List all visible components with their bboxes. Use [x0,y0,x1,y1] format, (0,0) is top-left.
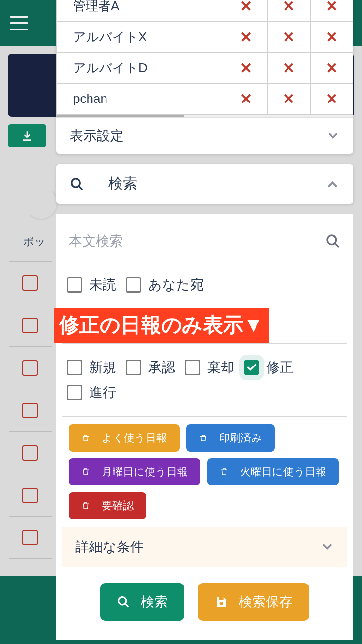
filter-row-status: 新規 承認 棄却 修正 [56,344,353,383]
search-icon [70,177,84,191]
svg-line-5 [335,243,339,247]
staff-name[interactable]: アルバイトX [57,22,225,53]
trash-icon [199,433,208,443]
status-cell[interactable]: ✕ [225,0,267,22]
table-row: アルバイトD ✕ ✕ ✕ [57,53,353,84]
status-cell[interactable]: ✕ [225,53,267,84]
chevron-up-icon [325,177,340,191]
search-icon[interactable] [325,234,341,249]
text-search-row [60,234,349,261]
tag-tuesday[interactable]: 火曜日に使う日報 [207,458,339,485]
search-body: 未読 あなた宛 修正の日報のみ表示▼ 新規 承認 棄却 [56,214,353,640]
svg-line-3 [79,186,83,190]
svg-point-4 [327,235,336,245]
annotation-banner: 修正の日報のみ表示▼ [54,308,269,343]
status-cell[interactable]: ✕ [310,53,353,84]
advanced-label: 詳細な条件 [75,538,144,556]
chevron-down-icon [320,540,334,554]
filter-row-status2: 進行 [56,383,353,416]
staff-card: 管理者A ✕ ✕ ✕ アルバイトX ✕ ✕ ✕ アルバイトD ✕ ✕ ✕ [56,0,353,154]
staff-name[interactable]: アルバイトD [57,53,225,84]
advanced-conditions-toggle[interactable]: 詳細な条件 [62,527,347,567]
status-cell[interactable]: ✕ [268,84,310,115]
tag-frequent[interactable]: よく使う日報 [69,424,180,452]
trash-icon [81,501,90,511]
display-settings-label: 表示設定 [70,127,124,145]
svg-point-6 [119,597,126,605]
status-cell[interactable]: ✕ [225,22,267,53]
trash-icon [81,467,90,477]
trash-icon [81,433,90,443]
tag-row: よく使う日報 印刷済み 月曜日に使う日報 火曜日に使う日報 [62,416,347,527]
checkbox-unread[interactable]: 未読 [67,276,116,294]
search-section-toggle[interactable]: 検索 [56,164,353,204]
status-cell[interactable]: ✕ [310,0,353,22]
save-search-button[interactable]: 検索保存 [198,583,309,621]
checkbox-approved[interactable]: 承認 [126,358,175,377]
status-cell[interactable]: ✕ [310,22,353,53]
side-panel: 管理者A ✕ ✕ ✕ アルバイトX ✕ ✕ ✕ アルバイトD ✕ ✕ ✕ [47,0,362,644]
tag-printed[interactable]: 印刷済み [186,424,275,452]
staff-name[interactable]: pchan [57,84,225,115]
staff-table-scroll[interactable]: 管理者A ✕ ✕ ✕ アルバイトX ✕ ✕ ✕ アルバイトD ✕ ✕ ✕ [56,0,353,115]
status-cell[interactable]: ✕ [310,84,353,115]
table-row: アルバイトX ✕ ✕ ✕ [57,22,353,53]
checkbox-new[interactable]: 新規 [67,358,116,377]
save-icon [214,595,228,609]
display-settings-toggle[interactable]: 表示設定 [56,117,353,154]
status-cell[interactable]: ✕ [268,22,310,53]
text-search-input[interactable] [69,234,325,249]
status-cell[interactable]: ✕ [268,53,310,84]
search-header-card: 検索 [56,164,353,204]
svg-rect-8 [219,597,223,600]
search-icon [117,595,130,609]
svg-point-2 [72,178,80,187]
status-cell[interactable]: ✕ [268,0,310,22]
staff-name[interactable]: 管理者A [57,0,225,22]
staff-table: 管理者A ✕ ✕ ✕ アルバイトX ✕ ✕ ✕ アルバイトD ✕ ✕ ✕ [56,0,353,115]
search-button[interactable]: 検索 [100,583,184,621]
checkbox-fixed[interactable]: 修正 [244,358,293,377]
table-row: pchan ✕ ✕ ✕ [57,84,353,115]
check-icon [246,362,257,373]
svg-line-7 [125,604,129,607]
status-cell[interactable]: ✕ [225,84,267,115]
svg-point-9 [220,602,223,605]
search-header-label: 検索 [108,174,137,194]
filter-row-top: 未読 あなた宛 [56,261,353,308]
checkbox-rejected[interactable]: 棄却 [185,358,234,377]
tag-monday[interactable]: 月曜日に使う日報 [69,458,200,485]
checkbox-progress[interactable]: 進行 [67,383,116,402]
tag-need-check[interactable]: 要確認 [69,492,146,519]
action-row: 検索 検索保存 [56,567,353,621]
table-row: 管理者A ✕ ✕ ✕ [57,0,353,22]
chevron-down-icon [326,129,340,143]
trash-icon [220,467,228,477]
checkbox-to-you[interactable]: あなた宛 [126,276,204,294]
